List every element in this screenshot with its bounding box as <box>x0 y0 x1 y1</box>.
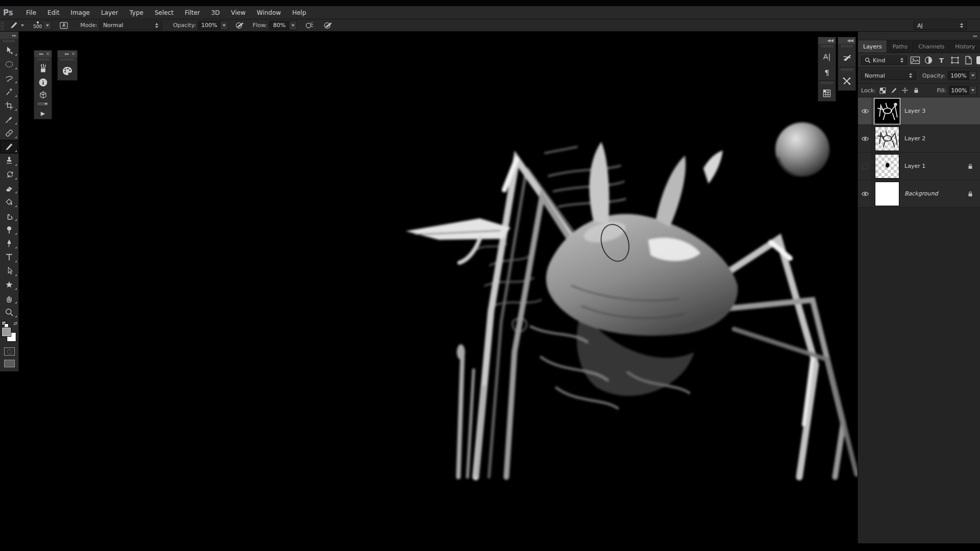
layer-name[interactable]: Layer 3 <box>904 108 925 114</box>
tool-spot-healing[interactable] <box>0 126 18 140</box>
blend-mode-select[interactable]: Normal <box>100 21 162 30</box>
layer-thumbnail[interactable] <box>875 99 899 123</box>
collapse-icon[interactable]: ▸▸ <box>39 52 43 56</box>
mini-panel-dropdown[interactable] <box>37 102 49 106</box>
visibility-toggle[interactable] <box>858 125 872 152</box>
tab-history[interactable]: History <box>950 40 980 53</box>
layer-blend-mode-select[interactable]: Normal <box>861 71 916 80</box>
tool-lasso[interactable] <box>0 71 18 85</box>
tool-move[interactable] <box>0 43 18 57</box>
3d-panel-button[interactable] <box>34 89 52 101</box>
pressure-opacity-toggle[interactable] <box>234 20 244 31</box>
brush-presets-panel-button[interactable] <box>34 62 52 76</box>
screen-mode-button[interactable] <box>4 360 15 367</box>
airbrush-toggle[interactable] <box>304 20 314 31</box>
tab-layers[interactable]: Layers <box>858 40 887 53</box>
filter-smart-objects-button[interactable] <box>963 56 973 65</box>
filter-type-layers-button[interactable]: T <box>936 56 947 65</box>
filter-shape-layers-button[interactable] <box>949 56 960 65</box>
swatch-mini-panel-header[interactable]: ▸▸ × <box>58 51 77 57</box>
brush-size-dropdown-button[interactable] <box>44 21 52 30</box>
menu-filter[interactable]: Filter <box>179 9 206 16</box>
actions-play-button[interactable]: ▶ <box>34 108 52 119</box>
fill-dropdown[interactable] <box>969 86 977 95</box>
fill-input[interactable]: 100% <box>949 86 969 95</box>
tool-presets-panel-button[interactable] <box>838 72 855 90</box>
mini-panel-header[interactable]: ▸▸ × <box>34 51 52 57</box>
layer-thumbnail[interactable] <box>875 154 899 179</box>
character-panel-button[interactable]: A| <box>818 48 836 64</box>
collapse-icon[interactable]: ▸▸ <box>65 52 69 56</box>
layer-name[interactable]: Background <box>904 190 938 197</box>
swap-colors-icon[interactable]: ⇄ <box>13 321 17 326</box>
tool-magic-wand[interactable] <box>0 85 18 98</box>
flow-dropdown-button[interactable] <box>289 21 297 30</box>
menu-image[interactable]: Image <box>65 9 95 16</box>
tool-dodge[interactable] <box>0 222 18 236</box>
tool-hand[interactable] <box>0 291 18 305</box>
quick-mask-button[interactable] <box>4 347 15 356</box>
layer-row-layer2[interactable]: Layer 2 <box>858 125 980 153</box>
layer-row-background[interactable]: Background <box>858 180 980 208</box>
menu-type[interactable]: Type <box>124 9 149 16</box>
tool-path-selection[interactable] <box>0 264 18 278</box>
tool-crop[interactable] <box>0 98 18 112</box>
lock-pixels-button[interactable] <box>890 86 898 95</box>
options-bar-grip[interactable] <box>1 21 4 30</box>
tool-pen[interactable] <box>0 236 18 250</box>
workspace-switcher[interactable]: AJ <box>914 21 967 30</box>
menu-layer[interactable]: Layer <box>95 9 124 16</box>
pressure-size-toggle[interactable] <box>323 20 333 31</box>
menu-edit[interactable]: Edit <box>42 9 65 16</box>
tool-custom-shape[interactable] <box>0 278 18 291</box>
tool-smudge[interactable] <box>0 209 18 222</box>
menu-select[interactable]: Select <box>149 9 179 16</box>
layer-thumbnail[interactable] <box>875 127 899 151</box>
brush-size-picker[interactable]: 500 <box>33 21 52 30</box>
dock-header[interactable]: ◀◀ <box>818 37 836 44</box>
document-canvas[interactable] <box>19 32 857 551</box>
tool-paint-bucket[interactable] <box>0 195 18 209</box>
brush-panel-button[interactable] <box>838 48 855 67</box>
tool-history-brush[interactable] <box>0 167 18 181</box>
foreground-color-swatch[interactable] <box>2 328 11 336</box>
tool-preset-picker[interactable] <box>9 20 24 30</box>
opacity-dropdown-button[interactable] <box>220 21 228 30</box>
menu-help[interactable]: Help <box>286 9 311 16</box>
tab-paths[interactable]: Paths <box>887 40 913 53</box>
layer-name[interactable]: Layer 2 <box>904 135 925 142</box>
swatches-panel-button[interactable] <box>818 85 836 101</box>
menu-file[interactable]: File <box>20 9 42 16</box>
visibility-toggle[interactable] <box>858 97 872 124</box>
layer-row-layer3[interactable]: Layer 3 <box>858 97 980 125</box>
layer-thumbnail[interactable] <box>875 182 899 206</box>
tool-type[interactable] <box>0 250 18 264</box>
toggle-brush-panel-button[interactable] <box>59 20 69 31</box>
visibility-toggle[interactable] <box>858 180 872 207</box>
layer-row-layer1[interactable]: Layer 1 <box>858 153 980 180</box>
kind-filter-select[interactable]: Kind <box>861 56 907 65</box>
menu-3d[interactable]: 3D <box>206 9 226 16</box>
filter-adjustment-layers-button[interactable] <box>923 56 934 65</box>
visibility-toggle[interactable] <box>858 153 872 180</box>
lock-all-button[interactable] <box>912 86 921 95</box>
layer-opacity-dropdown[interactable] <box>969 71 977 80</box>
close-icon[interactable]: × <box>46 52 50 56</box>
tools-panel-header[interactable]: ▸▸ <box>0 32 18 39</box>
dock-header[interactable]: ◀◀ <box>838 37 855 44</box>
tool-zoom[interactable] <box>0 305 18 319</box>
lock-transparency-button[interactable] <box>878 86 887 95</box>
tool-clone-stamp[interactable] <box>0 154 18 167</box>
tool-eyedropper[interactable] <box>0 112 18 126</box>
close-icon[interactable]: × <box>71 52 75 56</box>
color-palette-panel-button[interactable] <box>58 62 77 80</box>
tab-channels[interactable]: Channels <box>913 40 950 53</box>
menu-view[interactable]: View <box>226 9 251 16</box>
tool-brush[interactable] <box>0 140 18 154</box>
layer-name[interactable]: Layer 1 <box>904 163 925 169</box>
opacity-input[interactable]: 100% <box>198 21 220 30</box>
lock-position-button[interactable] <box>901 86 910 95</box>
info-panel-button[interactable] <box>34 76 52 89</box>
flow-input[interactable]: 80% <box>269 21 289 30</box>
layer-opacity-input[interactable]: 100% <box>948 71 969 80</box>
